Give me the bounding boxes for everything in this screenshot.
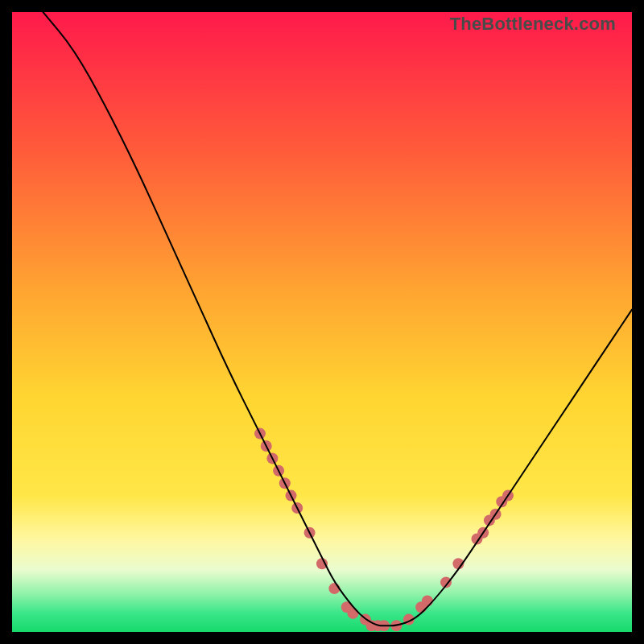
chart-frame: TheBottleneck.com [12,12,632,632]
marker-dot [422,596,433,607]
bottleneck-chart [12,12,632,632]
marker-dot [348,608,359,619]
plot-area [12,12,632,632]
